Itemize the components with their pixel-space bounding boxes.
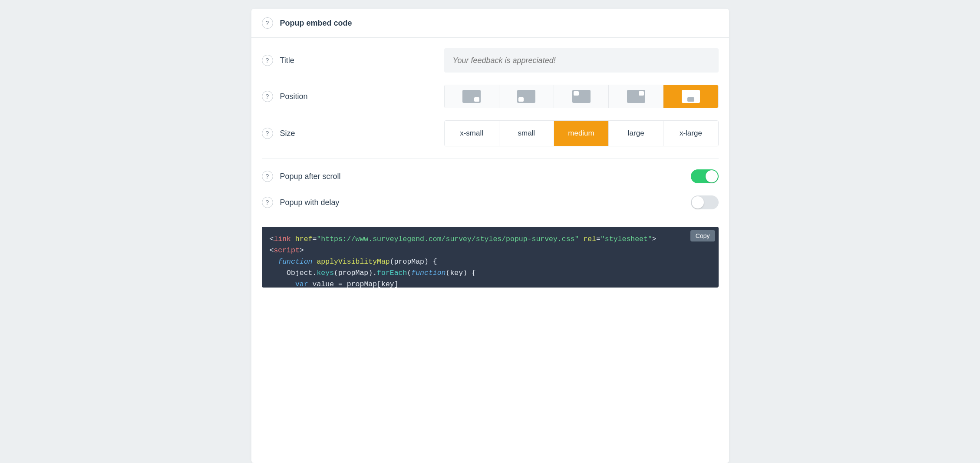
settings-card: ? Popup embed code ? Title ? Position [251,9,729,463]
toggle-knob [706,170,718,182]
toggle-knob [692,196,704,208]
help-icon[interactable]: ? [262,55,273,66]
position-top-left-icon [572,90,591,103]
position-bottom-center-icon [682,90,700,103]
embed-code[interactable]: <link href="https://www.surveylegend.com… [270,234,711,288]
label-size: Size [280,129,295,138]
help-icon[interactable]: ? [262,171,273,182]
position-option-top-left[interactable] [554,85,609,108]
copy-button[interactable]: Copy [690,230,715,241]
title-input[interactable] [444,48,719,73]
label-title: Title [280,56,294,65]
row-popup-after-scroll: ? Popup after scroll [262,169,719,183]
toggle-popup-after-scroll[interactable] [691,169,719,183]
position-option-bottom-right[interactable] [445,85,499,108]
help-icon[interactable]: ? [262,91,273,102]
row-title: ? Title [262,48,719,73]
position-segmented [444,85,719,108]
position-option-top-right[interactable] [609,85,663,108]
code-block: Copy <link href="https://www.surveylegen… [262,227,719,288]
toggle-popup-with-delay[interactable] [691,195,719,209]
row-position: ? Position [262,85,719,108]
help-icon[interactable]: ? [262,197,273,208]
label-popup-with-delay: Popup with delay [280,198,340,207]
label-position: Position [280,92,308,101]
position-bottom-right-icon [462,90,481,103]
position-top-right-icon [627,90,645,103]
section-triggers: ? Popup after scroll ? Popup with delay [251,159,729,222]
position-bottom-left-icon [517,90,535,103]
label-popup-after-scroll: Popup after scroll [280,172,341,181]
card-header: ? Popup embed code [251,9,729,38]
row-popup-with-delay: ? Popup with delay [262,195,719,209]
help-icon[interactable]: ? [262,128,273,139]
section-appearance: ? Title ? Position [251,38,729,159]
size-option-medium[interactable]: medium [554,121,609,146]
card-title: Popup embed code [280,19,352,28]
position-option-bottom-center[interactable] [663,85,718,108]
position-option-bottom-left[interactable] [499,85,554,108]
help-icon[interactable]: ? [262,17,273,29]
size-option-large[interactable]: large [609,121,663,146]
size-option-x-small[interactable]: x-small [445,121,499,146]
size-option-small[interactable]: small [499,121,554,146]
row-size: ? Size x-small small medium large x-larg… [262,120,719,146]
size-segmented: x-small small medium large x-large [444,120,719,146]
size-option-x-large[interactable]: x-large [663,121,718,146]
